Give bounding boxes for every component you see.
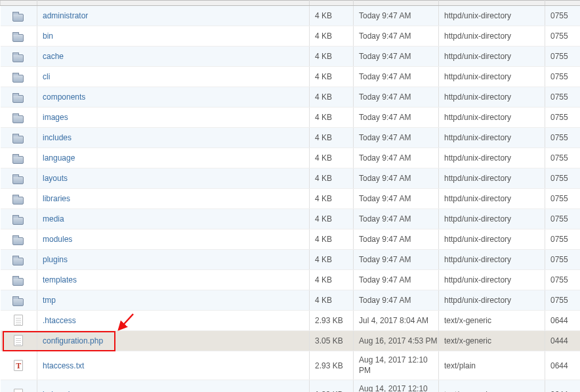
file-name-link[interactable]: images <box>43 113 68 122</box>
file-name-cell[interactable]: htaccess.txt <box>37 351 310 380</box>
folder-icon <box>12 233 24 245</box>
file-name-cell[interactable]: index.php <box>37 380 310 392</box>
file-name-link[interactable]: configuration.php <box>43 336 103 345</box>
table-header-modified[interactable] <box>354 1 439 6</box>
file-name-link[interactable]: cache <box>43 52 64 61</box>
file-modified-cell: Today 9:47 AM <box>354 290 439 311</box>
file-name-link[interactable]: administrator <box>43 11 88 20</box>
file-name-cell[interactable]: plugins <box>37 250 310 270</box>
table-row[interactable]: images4 KBToday 9:47 AMhttpd/unix-direct… <box>1 108 581 128</box>
file-permissions-cell: 0644 <box>545 351 581 380</box>
folder-icon <box>12 10 24 22</box>
file-permissions-cell: 0755 <box>545 108 581 128</box>
file-name-cell[interactable]: bin <box>37 26 310 47</box>
text-file-icon: T <box>12 360 24 372</box>
table-row[interactable]: cache4 KBToday 9:47 AMhttpd/unix-directo… <box>1 47 581 67</box>
folder-icon <box>12 132 24 144</box>
table-row[interactable]: language4 KBToday 9:47 AMhttpd/unix-dire… <box>1 148 581 168</box>
file-name-cell[interactable]: libraries <box>37 189 310 209</box>
file-icon-cell <box>1 250 37 270</box>
file-permissions-cell: 0755 <box>545 209 581 229</box>
file-icon-cell <box>1 67 37 87</box>
file-name-link[interactable]: includes <box>43 133 72 142</box>
file-name-cell[interactable]: includes <box>37 128 310 148</box>
file-name-cell[interactable]: modules <box>37 229 310 250</box>
file-type-cell: httpd/unix-directory <box>439 290 545 311</box>
file-icon-cell <box>1 331 37 351</box>
file-name-link[interactable]: bin <box>43 31 53 41</box>
file-modified-cell: Today 9:47 AM <box>354 26 439 47</box>
file-modified-cell: Today 9:47 AM <box>354 87 439 108</box>
table-row[interactable]: layouts4 KBToday 9:47 AMhttpd/unix-direc… <box>1 168 581 189</box>
file-name-link[interactable]: cli <box>43 72 50 81</box>
file-size-cell: 4 KB <box>310 148 354 168</box>
file-type-cell: httpd/unix-directory <box>439 128 545 148</box>
file-size-cell: 4 KB <box>310 270 354 290</box>
table-header-row[interactable] <box>1 1 581 6</box>
file-name-link[interactable]: components <box>43 92 85 102</box>
table-row[interactable]: bin4 KBToday 9:47 AMhttpd/unix-directory… <box>1 26 581 47</box>
file-modified-cell: Aug 14, 2017 12:10 PM <box>354 380 439 392</box>
file-name-link[interactable]: templates <box>43 275 77 284</box>
file-name-cell[interactable]: tmp <box>37 290 310 311</box>
file-permissions-cell: 0755 <box>545 148 581 168</box>
file-size-cell: 4 KB <box>310 128 354 148</box>
file-icon-cell: T <box>1 351 37 380</box>
table-header-name[interactable] <box>37 1 310 6</box>
table-row[interactable]: components4 KBToday 9:47 AMhttpd/unix-di… <box>1 87 581 108</box>
table-row[interactable]: libraries4 KBToday 9:47 AMhttpd/unix-dir… <box>1 189 581 209</box>
file-name-cell[interactable]: media <box>37 209 310 229</box>
file-modified-cell: Jul 4, 2017 8:04 AM <box>354 311 439 331</box>
table-row[interactable]: Thtaccess.txt2.93 KBAug 14, 2017 12:10 P… <box>1 351 581 380</box>
file-icon-cell <box>1 189 37 209</box>
table-row[interactable]: includes4 KBToday 9:47 AMhttpd/unix-dire… <box>1 128 581 148</box>
file-name-link[interactable]: media <box>43 214 64 224</box>
table-row[interactable]: modules4 KBToday 9:47 AMhttpd/unix-direc… <box>1 229 581 250</box>
file-type-cell: text/plain <box>439 351 545 380</box>
file-size-cell: 4 KB <box>310 290 354 311</box>
table-header-size[interactable] <box>310 1 354 6</box>
table-row[interactable]: cli4 KBToday 9:47 AMhttpd/unix-directory… <box>1 67 581 87</box>
file-name-cell[interactable]: configuration.php <box>37 331 310 351</box>
file-name-link[interactable]: modules <box>43 235 72 244</box>
file-name-link[interactable]: libraries <box>43 194 70 203</box>
file-name-cell[interactable]: templates <box>37 270 310 290</box>
file-name-link[interactable]: language <box>43 153 75 163</box>
table-row[interactable]: configuration.php3.05 KBAug 16, 2017 4:5… <box>1 331 581 351</box>
table-row[interactable]: administrator4 KBToday 9:47 AMhttpd/unix… <box>1 6 581 26</box>
file-modified-cell: Aug 16, 2017 4:53 PM <box>354 331 439 351</box>
file-name-link[interactable]: htaccess.txt <box>43 361 84 370</box>
file-name-cell[interactable]: components <box>37 87 310 108</box>
file-size-cell: 2.93 KB <box>310 311 354 331</box>
file-name-cell[interactable]: cli <box>37 67 310 87</box>
file-name-link[interactable]: layouts <box>43 174 68 183</box>
file-manager-table-wrap: administrator4 KBToday 9:47 AMhttpd/unix… <box>0 0 580 392</box>
file-permissions-cell: 0755 <box>545 26 581 47</box>
file-permissions-cell: 0755 <box>545 67 581 87</box>
table-row[interactable]: tmp4 KBToday 9:47 AMhttpd/unix-directory… <box>1 290 581 311</box>
table-header-type[interactable] <box>439 1 545 6</box>
table-row[interactable]: index.php1.39 KBAug 14, 2017 12:10 PMtex… <box>1 380 581 392</box>
table-row[interactable]: plugins4 KBToday 9:47 AMhttpd/unix-direc… <box>1 250 581 270</box>
file-size-cell: 4 KB <box>310 6 354 26</box>
file-name-cell[interactable]: images <box>37 108 310 128</box>
file-name-cell[interactable]: cache <box>37 47 310 67</box>
file-size-cell: 3.05 KB <box>310 331 354 351</box>
generic-file-icon <box>12 315 24 326</box>
file-name-cell[interactable]: .htaccess <box>37 311 310 331</box>
file-permissions-cell: 0644 <box>545 380 581 392</box>
table-header-icon[interactable] <box>1 1 37 6</box>
table-row[interactable]: .htaccess2.93 KBJul 4, 2017 8:04 AMtext/… <box>1 311 581 331</box>
file-size-cell: 4 KB <box>310 189 354 209</box>
table-row[interactable]: templates4 KBToday 9:47 AMhttpd/unix-dir… <box>1 270 581 290</box>
file-name-link[interactable]: plugins <box>43 255 68 264</box>
file-name-cell[interactable]: language <box>37 148 310 168</box>
file-name-cell[interactable]: layouts <box>37 168 310 189</box>
file-name-link[interactable]: .htaccess <box>43 316 76 325</box>
table-row[interactable]: media4 KBToday 9:47 AMhttpd/unix-directo… <box>1 209 581 229</box>
file-name-cell[interactable]: administrator <box>37 6 310 26</box>
file-type-cell: httpd/unix-directory <box>439 250 545 270</box>
file-name-link[interactable]: tmp <box>43 296 56 305</box>
file-size-cell: 2.93 KB <box>310 351 354 380</box>
table-header-permissions[interactable] <box>545 1 581 6</box>
